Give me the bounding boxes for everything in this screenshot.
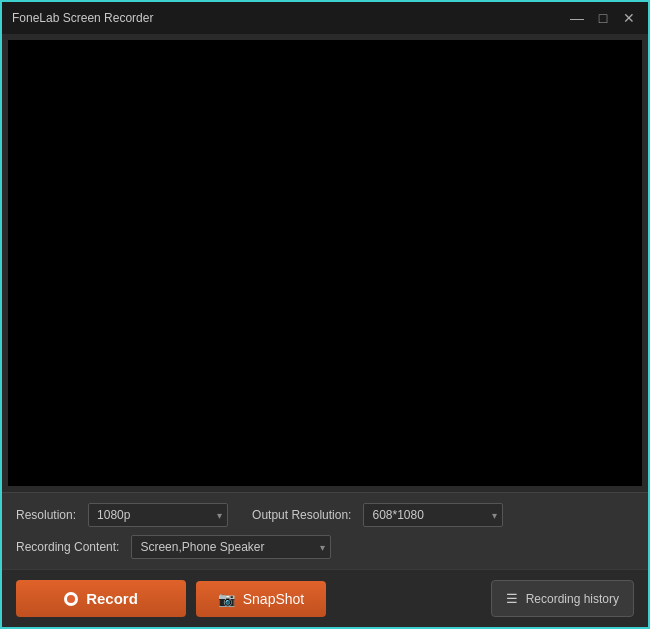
output-resolution-select-wrapper: 608*1080 1920*1080 1280*720 ▾ [363,503,503,527]
minimize-button[interactable]: — [568,9,586,27]
bottom-bar: Record 📷 SnapShot ☰ Recording history [2,569,648,627]
output-resolution-select[interactable]: 608*1080 1920*1080 1280*720 [363,503,503,527]
controls-row-2: Recording Content: Screen,Phone Speaker … [16,535,634,559]
list-icon: ☰ [506,591,518,606]
record-button[interactable]: Record [16,580,186,617]
preview-area [8,40,642,486]
close-button[interactable]: ✕ [620,9,638,27]
recording-content-select[interactable]: Screen,Phone Speaker Screen Phone Speake… [131,535,331,559]
resolution-label: Resolution: [16,508,76,522]
snapshot-button[interactable]: 📷 SnapShot [196,581,326,617]
window-controls: — □ ✕ [568,9,638,27]
resolution-select[interactable]: 1080p 720p 480p 360p [88,503,228,527]
controls-row-1: Resolution: 1080p 720p 480p 360p ▾ Outpu… [16,503,634,527]
record-dot-icon [64,592,78,606]
controls-bar: Resolution: 1080p 720p 480p 360p ▾ Outpu… [2,492,648,569]
history-label: Recording history [526,592,619,606]
record-label: Record [86,590,138,607]
recording-content-select-wrapper: Screen,Phone Speaker Screen Phone Speake… [131,535,331,559]
resolution-select-wrapper: 1080p 720p 480p 360p ▾ [88,503,228,527]
snapshot-label: SnapShot [243,591,305,607]
app-title: FoneLab Screen Recorder [12,11,568,25]
recording-content-label: Recording Content: [16,540,119,554]
recording-history-button[interactable]: ☰ Recording history [491,580,634,617]
maximize-button[interactable]: □ [594,9,612,27]
camera-icon: 📷 [218,591,235,607]
app-window: FoneLab Screen Recorder — □ ✕ Resolution… [0,0,650,629]
output-resolution-label: Output Resolution: [252,508,351,522]
titlebar: FoneLab Screen Recorder — □ ✕ [2,2,648,34]
